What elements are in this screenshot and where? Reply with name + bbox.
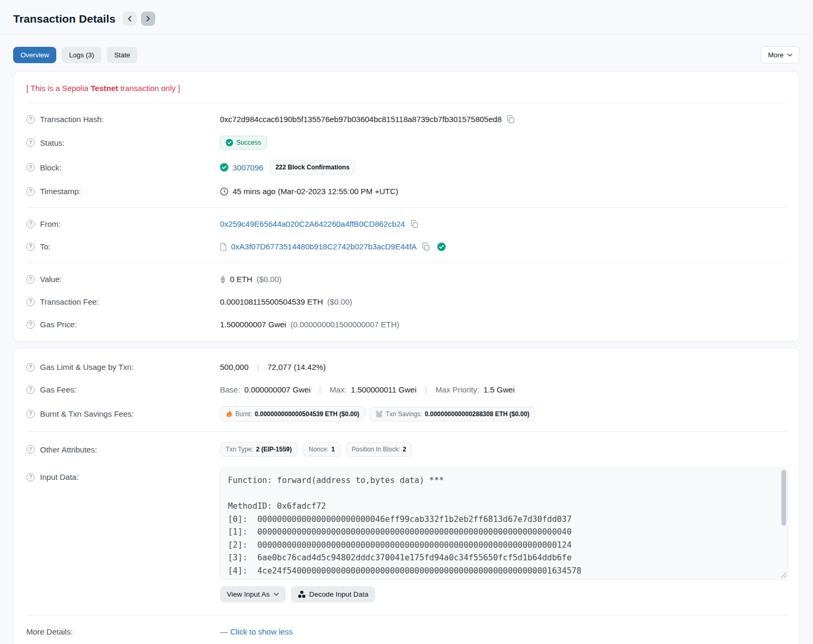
previous-txn-button[interactable] xyxy=(123,12,137,26)
from-label: From: xyxy=(40,219,61,228)
warning-post: transaction only ] xyxy=(118,84,180,93)
position-in-block-value: 2 xyxy=(403,446,406,453)
row-from: ? From: 0x259c49E65644a020C2A642260a4ffB… xyxy=(26,213,787,235)
testnet-warning: [ This is a Sepolia Testnet transaction … xyxy=(26,77,787,98)
status-badge: Success xyxy=(220,136,267,149)
help-icon[interactable]: ? xyxy=(26,187,35,196)
transaction-hash-label: Transaction Hash: xyxy=(40,115,104,124)
warning-pre: [ This is a Sepolia xyxy=(26,84,91,93)
input-data-textarea[interactable]: Function: forward(address to,bytes data)… xyxy=(220,467,788,580)
burnt-savings-label: Burnt & Txn Savings Fees: xyxy=(40,409,134,418)
gas-limit-value: 500,000 xyxy=(220,363,248,371)
show-less-link[interactable]: — Click to show less xyxy=(220,627,293,636)
help-icon[interactable]: ? xyxy=(26,220,35,228)
eth-diamond-icon xyxy=(220,275,226,284)
help-icon[interactable]: ? xyxy=(26,320,35,329)
txn-nav xyxy=(123,12,155,26)
chevron-left-icon xyxy=(127,16,132,22)
txn-type-value: 2 (EIP-1559) xyxy=(256,446,292,453)
help-icon[interactable]: ? xyxy=(26,410,35,418)
position-in-block-label: Position In Block: xyxy=(352,446,400,453)
input-data-text: Function: forward(address to,bytes data)… xyxy=(220,468,788,580)
decode-input-data-button[interactable]: Decode Input Data xyxy=(291,586,376,602)
copy-to-button[interactable] xyxy=(421,243,431,251)
nonce-badge: Nonce: 1 xyxy=(303,442,341,457)
to-label: To: xyxy=(40,242,51,251)
scrollbar-track[interactable] xyxy=(781,469,787,578)
next-txn-button[interactable] xyxy=(141,12,155,26)
tab-state[interactable]: State xyxy=(107,47,137,63)
help-icon[interactable]: ? xyxy=(26,298,35,306)
copy-from-button[interactable] xyxy=(409,220,419,228)
to-address-link[interactable]: 0xA3f07D6773514480b918C2742b027b3acD9E44… xyxy=(231,242,417,251)
row-divider xyxy=(26,431,787,432)
block-number-link[interactable]: 3007096 xyxy=(233,163,263,172)
help-icon[interactable]: ? xyxy=(26,275,35,284)
max-priority-fee-label: Max Priority: xyxy=(435,385,479,394)
row-gas-price: ? Gas Price: 1.500000007 Gwei (0.0000000… xyxy=(26,313,787,336)
clock-icon xyxy=(220,187,228,196)
contract-file-icon xyxy=(220,243,227,251)
tabs: Overview Logs (3) State xyxy=(13,47,760,63)
scrollbar-thumb[interactable] xyxy=(781,470,786,526)
block-label: Block: xyxy=(40,163,62,172)
max-priority-fee-value: 1.5 Gwei xyxy=(484,385,515,394)
more-details-label: More Details: xyxy=(26,627,73,636)
nonce-label: Nonce: xyxy=(309,446,329,453)
copy-txhash-button[interactable] xyxy=(506,115,516,124)
transaction-fee-usd: ($0.00) xyxy=(327,297,353,306)
from-address-link[interactable]: 0x259c49E65644a020C2A642260a4ffB0CD862cb… xyxy=(220,219,405,228)
resize-handle-icon[interactable] xyxy=(780,572,787,578)
base-fee-label: Base: xyxy=(220,385,240,394)
status-badge-text: Success xyxy=(236,139,261,146)
more-dropdown-button[interactable]: More xyxy=(760,46,800,64)
value-amount: 0 ETH xyxy=(230,275,253,284)
view-input-as-button[interactable]: View Input As xyxy=(220,586,286,602)
chevron-down-icon xyxy=(274,592,279,596)
help-icon[interactable]: ? xyxy=(26,473,35,481)
row-other-attributes: ? Other Attributes: Txn Type: 2 (EIP-155… xyxy=(26,437,787,462)
row-gas-limit: ? Gas Limit & Usage by Txn: 500,000 | 72… xyxy=(26,356,787,378)
txn-savings-label: Txn Savings: xyxy=(386,410,422,418)
gas-price-eth: (0.000000001500000007 ETH) xyxy=(290,320,399,329)
check-circle-icon xyxy=(220,163,228,172)
timestamp-value: 45 mins ago (Mar-02-2023 12:55:00 PM +UT… xyxy=(233,187,398,196)
row-burnt-savings: ? Burnt & Txn Savings Fees: Burnt: 0.000… xyxy=(26,401,787,427)
help-icon[interactable]: ? xyxy=(26,445,35,454)
transaction-details-page: Transaction Details Overview Logs (3) St… xyxy=(0,0,813,644)
txn-type-label: Txn Type: xyxy=(226,446,253,453)
row-timestamp: ? Timestamp: 45 mins ago (Mar-02-2023 12… xyxy=(26,180,787,203)
timestamp-label: Timestamp: xyxy=(40,187,81,196)
help-icon[interactable]: ? xyxy=(26,138,35,147)
blocks-icon xyxy=(298,590,306,598)
page-title: Transaction Details xyxy=(13,13,115,25)
base-fee-value: 0.000000007 Gwei xyxy=(244,385,310,394)
help-icon[interactable]: ? xyxy=(26,243,35,251)
tab-logs[interactable]: Logs (3) xyxy=(62,47,102,63)
view-input-as-label: View Input As xyxy=(227,590,270,598)
row-transaction-hash: ? Transaction Hash: 0xc72d984ccac6190b5f… xyxy=(26,108,787,130)
copy-icon xyxy=(422,243,430,251)
row-more-details: More Details: — Click to show less xyxy=(26,620,787,643)
burnt-fees-badge: Burnt: 0.000000000000504539 ETH ($0.00) xyxy=(220,406,365,421)
burnt-label: Burnt: xyxy=(235,410,252,418)
txn-savings-badge: Txn Savings: 0.000000000000288308 ETH ($… xyxy=(369,407,535,421)
nonce-value: 1 xyxy=(332,446,335,453)
help-icon[interactable]: ? xyxy=(26,115,35,124)
help-icon[interactable]: ? xyxy=(26,386,35,394)
transaction-fee-amount: 0.000108115500504539 ETH xyxy=(220,297,323,306)
details-card: ? Gas Limit & Usage by Txn: 500,000 | 72… xyxy=(13,348,800,644)
input-data-actions: View Input As Decode Input Data xyxy=(220,586,788,602)
max-fee-label: Max: xyxy=(329,385,347,394)
burnt-value: 0.000000000000504539 ETH ($0.00) xyxy=(255,410,359,418)
gas-fees-label: Gas Fees: xyxy=(40,385,76,394)
txn-type-badge: Txn Type: 2 (EIP-1559) xyxy=(220,442,298,457)
help-icon[interactable]: ? xyxy=(26,363,35,371)
tab-overview[interactable]: Overview xyxy=(13,47,56,63)
other-attributes-label: Other Attributes: xyxy=(40,445,97,454)
row-divider xyxy=(26,263,787,263)
help-icon[interactable]: ? xyxy=(26,163,35,172)
status-label: Status: xyxy=(40,138,65,147)
more-dropdown-label: More xyxy=(768,51,784,59)
flame-icon xyxy=(226,410,233,418)
